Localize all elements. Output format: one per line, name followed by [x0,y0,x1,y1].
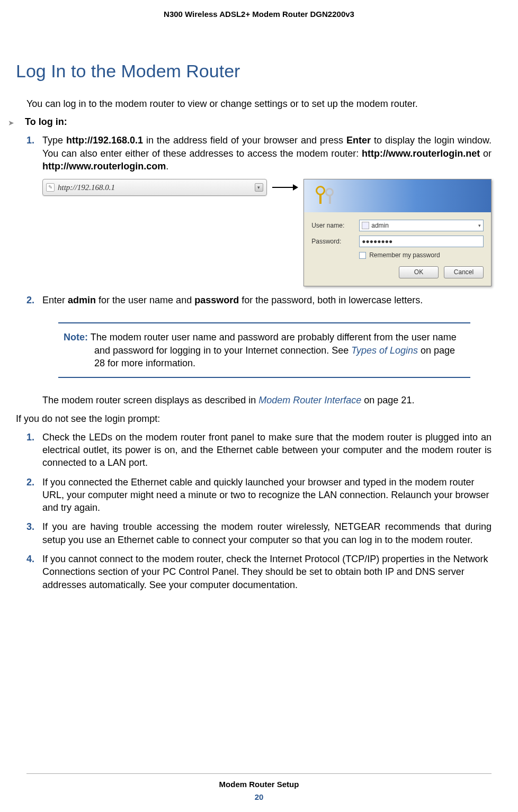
troubleshoot-lead: If you do not see the login prompt: [16,413,492,425]
remember-checkbox[interactable] [359,252,366,259]
modem-router-interface-link[interactable]: Modem Router Interface [258,395,361,405]
ok-button[interactable]: OK [399,266,439,278]
username-label: User name: [311,222,359,229]
step-number: 1. [26,134,34,147]
troubleshoot-3: 3.If you are having trouble accessing th… [26,520,492,546]
chevron-down-icon[interactable]: ▾ [478,223,481,228]
password-label: Password: [311,238,359,245]
address-url: http://192.168.0.1 [58,183,255,192]
troubleshoot-2: 2.If you connected the Ethernet cable an… [26,476,492,515]
page-title: Log In to the Modem Router [16,61,492,82]
step-2: 2. Enter admin for the user name and pas… [26,294,492,306]
intro-paragraph: You can log in to the modem router to vi… [26,97,492,110]
running-head: N300 Wireless ADSL2+ Modem Router DGN220… [26,0,492,50]
note-label: Note: [64,332,88,342]
to-log-in-label: To log in: [25,116,67,128]
password-input[interactable]: ●●●●●●●● [359,236,484,247]
cancel-button[interactable]: Cancel [444,266,484,278]
footer-section-title: Modem Router Setup [0,780,518,789]
figure-row: ✎ http://192.168.0.1 ▾ User name: admin … [42,179,492,286]
username-input[interactable]: admin ▾ [359,220,484,231]
types-of-logins-link[interactable]: Types of Logins [351,345,418,356]
footer-rule [26,773,492,774]
triangle-icon: ➤ [8,119,14,127]
troubleshoot-1: 1.Check the LEDs on the modem router fro… [26,431,492,470]
browser-address-bar[interactable]: ✎ http://192.168.0.1 ▾ [42,179,267,196]
step-1: 1. Type http://192.168.0.1 in the addres… [26,134,492,173]
remember-label: Remember my password [369,251,440,259]
note-box: Note: The modem router user name and pas… [58,322,470,378]
dialog-banner [304,179,491,212]
after-note-paragraph: The modem router screen displays as desc… [42,394,492,407]
keys-icon [315,185,337,207]
troubleshoot-4: 4.If you cannot connect to the modem rou… [26,553,492,591]
dropdown-icon[interactable]: ▾ [255,183,263,192]
user-icon [362,222,369,229]
step-number: 2. [26,294,34,306]
procedure-header: ➤ To log in: [8,116,492,128]
page-number: 20 [0,792,518,801]
login-dialog: User name: admin ▾ Password: ●●●●●●●● Re… [303,179,492,286]
page-icon: ✎ [46,183,55,192]
